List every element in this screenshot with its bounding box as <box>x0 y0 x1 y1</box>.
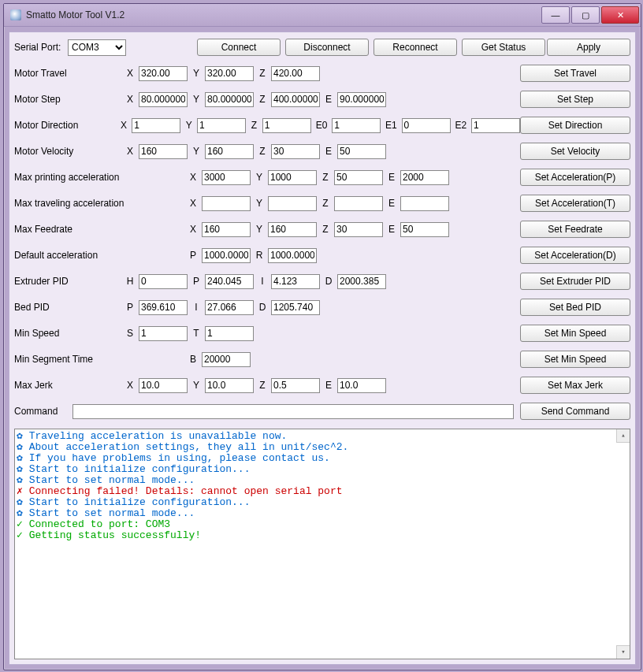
set-velocity-button[interactable]: Set Velocity <box>520 143 630 160</box>
get-status-button[interactable]: Get Status <box>462 39 545 56</box>
accel-default-label: Default acceleration <box>14 250 184 261</box>
dir-x[interactable] <box>132 118 180 133</box>
step-x[interactable] <box>139 92 188 107</box>
feed-z[interactable] <box>334 222 383 237</box>
tag-x: X <box>184 172 202 183</box>
set-bed-pid-button[interactable]: Set Bed PID <box>520 299 630 316</box>
send-command-button[interactable]: Send Command <box>520 403 630 420</box>
min-speed-row: Min Speed S T Set Min Speed <box>14 323 630 343</box>
step-e[interactable] <box>337 92 386 107</box>
acct-y[interactable] <box>268 196 317 211</box>
serial-row: Serial Port: COM3 Connect Disconnect Rec… <box>14 37 630 58</box>
set-accel-t-button[interactable]: Set Acceleration(T) <box>520 195 630 212</box>
set-min-speed-button[interactable]: Set Min Speed <box>520 325 630 342</box>
set-accel-p-button[interactable]: Set Acceleration(P) <box>520 169 630 186</box>
tag-d: D <box>254 302 271 313</box>
acct-e[interactable] <box>400 196 449 211</box>
epid-i[interactable] <box>271 274 320 289</box>
apply-button[interactable]: Apply <box>547 39 630 56</box>
dir-e0[interactable] <box>332 118 381 133</box>
close-button[interactable]: ✕ <box>601 6 639 24</box>
vel-z[interactable] <box>271 144 320 159</box>
log-line: ✿ Start to set normal mode... <box>17 508 628 519</box>
titlebar[interactable]: Smatto Motor Tool V1.2 — ▢ ✕ <box>4 4 641 27</box>
tag-e0: E0 <box>311 120 332 131</box>
command-input[interactable] <box>72 404 514 419</box>
jerk-x[interactable] <box>139 378 188 393</box>
bed-pid-row: Bed PID P I D Set Bed PID <box>14 297 630 317</box>
mspd-s[interactable] <box>139 326 188 341</box>
extruder-pid-row: Extruder PID H P I D Set Extruder PID <box>14 271 630 291</box>
epid-p[interactable] <box>205 274 254 289</box>
bpid-i[interactable] <box>205 300 254 315</box>
step-z[interactable] <box>271 92 320 107</box>
acct-x[interactable] <box>202 196 251 211</box>
bpid-p[interactable] <box>139 300 188 315</box>
log-output[interactable]: ▴ ▾ ✿ Traveling acceleration is unavaila… <box>14 429 630 659</box>
dir-e1[interactable] <box>402 118 451 133</box>
accel-default-row: Default acceleration P R Set Acceleratio… <box>14 245 630 265</box>
tag-b: B <box>184 354 202 365</box>
acct-z[interactable] <box>334 196 383 211</box>
feed-x[interactable] <box>202 222 251 237</box>
dir-y[interactable] <box>197 118 246 133</box>
tag-z: Z <box>317 172 334 183</box>
connect-button[interactable]: Connect <box>197 39 281 56</box>
maximize-button[interactable]: ▢ <box>571 6 600 24</box>
tag-s: S <box>121 328 139 339</box>
vel-e[interactable] <box>337 144 386 159</box>
travel-y[interactable] <box>205 66 254 81</box>
bpid-d[interactable] <box>271 300 320 315</box>
feed-e[interactable] <box>400 222 449 237</box>
tag-r: R <box>251 250 268 261</box>
tag-z: Z <box>254 94 271 105</box>
accp-x[interactable] <box>202 170 251 185</box>
set-max-jerk-button[interactable]: Set Max Jerk <box>520 377 630 394</box>
disconnect-button[interactable]: Disconnect <box>285 39 369 56</box>
scroll-up-icon[interactable]: ▴ <box>616 429 630 443</box>
minimize-button[interactable]: — <box>541 6 570 24</box>
mspd-t[interactable] <box>205 326 254 341</box>
dir-z[interactable] <box>262 118 311 133</box>
accd-p[interactable] <box>202 248 251 263</box>
serial-port-label: Serial Port: <box>14 42 68 53</box>
scroll-down-icon[interactable]: ▾ <box>616 645 630 659</box>
feed-y[interactable] <box>268 222 317 237</box>
jerk-z[interactable] <box>271 378 320 393</box>
app-window: Smatto Motor Tool V1.2 — ▢ ✕ Serial Port… <box>3 3 641 670</box>
tag-e2: E2 <box>451 120 471 131</box>
min-speed-label: Min Speed <box>14 328 118 339</box>
dir-e2[interactable] <box>471 118 520 133</box>
tag-e: E <box>383 198 400 209</box>
travel-x[interactable] <box>139 66 188 81</box>
tag-x: X <box>184 198 202 209</box>
step-y[interactable] <box>205 92 254 107</box>
accp-z[interactable] <box>334 170 383 185</box>
min-segment-label: Min Segment Time <box>14 354 184 365</box>
accp-e[interactable] <box>400 170 449 185</box>
set-accel-d-button[interactable]: Set Acceleration(D) <box>520 247 630 264</box>
accd-r[interactable] <box>268 248 317 263</box>
tag-x: X <box>121 146 139 157</box>
vel-x[interactable] <box>139 144 188 159</box>
tag-z: Z <box>246 120 262 131</box>
travel-z[interactable] <box>271 66 320 81</box>
reconnect-button[interactable]: Reconnect <box>374 39 457 56</box>
set-min-segment-button[interactable]: Set Min Speed <box>520 351 630 368</box>
accp-y[interactable] <box>268 170 317 185</box>
set-feedrate-button[interactable]: Set Feedrate <box>520 221 630 238</box>
set-step-button[interactable]: Set Step <box>520 91 630 108</box>
set-direction-button[interactable]: Set Direction <box>520 117 630 134</box>
epid-d[interactable] <box>337 274 386 289</box>
accel-travel-label: Max traveling acceleration <box>14 198 184 209</box>
epid-h[interactable] <box>139 274 188 289</box>
set-travel-button[interactable]: Set Travel <box>520 65 630 82</box>
set-extruder-pid-button[interactable]: Set Extruder PID <box>520 273 630 290</box>
command-row: Command Send Command <box>14 401 630 421</box>
serial-port-select[interactable]: COM3 <box>68 39 126 56</box>
tag-y: Y <box>188 94 205 105</box>
vel-y[interactable] <box>205 144 254 159</box>
mseg-b[interactable] <box>202 352 251 367</box>
jerk-y[interactable] <box>205 378 254 393</box>
jerk-e[interactable] <box>337 378 386 393</box>
